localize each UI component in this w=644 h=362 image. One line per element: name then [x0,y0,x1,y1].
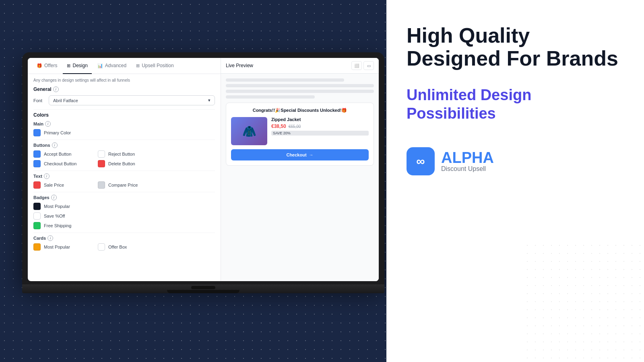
font-select[interactable]: Abril Fatface ▾ [49,95,215,105]
font-row: Font Abril Fatface ▾ [33,95,215,105]
text-color-row: Sale Price Compare Price [33,181,215,189]
save-off-swatch [33,212,41,220]
preview-header: Live Preview ⬜ ▭ [221,58,379,74]
color-item-most-popular-badge[interactable]: Most Popular [33,203,90,210]
product-name: Zipped Jacket [271,117,369,122]
color-item-offer-box[interactable]: Offer Box [98,243,154,251]
buttons-color-row-1: Accept Button Reject Button [33,150,215,158]
cards-colors: Most Popular Offer Box [33,243,215,251]
badges-row-3: Free Shipping [33,222,215,229]
buttons-colors: Accept Button Reject Button [33,150,215,167]
skeleton-line-1 [226,78,344,82]
mobile-view-btn[interactable]: ▭ [363,61,374,70]
right-panel: High Quality Designed For Brands Unlimit… [386,0,644,362]
divider-4 [33,192,215,192]
font-label: Font [33,98,45,103]
badges-row-2: Save %Off [33,212,215,220]
skeleton-lines [226,78,374,99]
notice-text: Any changes in design settings will affe… [33,78,215,82]
skeleton-line-4 [226,95,315,99]
most-popular-badge-swatch [33,203,41,210]
logo-container: ∞ ALPHA Discount Upsell [407,147,624,175]
divider-3 [33,171,215,171]
tab-offers[interactable]: 🎁 Offers [33,58,61,74]
preview-content: Congrats!!🎉Special Discounts Unlocked!🎁 … [221,74,379,175]
color-item-save-off[interactable]: Save %Off [33,212,90,220]
subheadline: Unlimited Design Possibilities [407,86,624,123]
badges-info-icon: i [51,195,57,200]
checkout-btn-swatch [33,160,41,167]
main-label: Main i [33,121,215,127]
reject-btn-swatch [98,150,105,158]
monitor-view-btn[interactable]: ⬜ [351,61,362,70]
color-item-compare[interactable]: Compare Price [98,181,154,189]
tab-design[interactable]: ⊞ Design [63,58,91,74]
color-item-free-shipping[interactable]: Free Shipping [33,222,90,229]
cards-info-icon: i [47,235,53,241]
accept-btn-swatch [33,150,41,158]
cards-label: Cards i [33,235,215,241]
text-label: Text i [33,173,215,179]
app-settings-panel: 🎁 Offers ⊞ Design 📊 Advanced [28,58,221,281]
color-item-delete[interactable]: Delete Button [98,160,154,167]
preview-title: Live Preview [226,63,253,68]
right-panel-dot-bg [523,241,644,362]
divider-2 [33,140,215,140]
main-info-icon: i [45,121,51,127]
buttons-label: Buttons i [33,142,215,148]
logo-icon: ∞ [407,147,435,175]
skeleton-line-2 [226,84,374,87]
jacket-icon: 🧥 [231,117,267,145]
design-icon: ⊞ [67,63,70,68]
primary-color-swatch [33,129,41,136]
text-info-icon: i [44,173,50,179]
product-row: 🧥 Zipped Jacket €38,50 €65,00 SAVE [231,117,369,145]
left-panel: 🎁 Offers ⊞ Design 📊 Advanced [0,0,386,362]
most-popular-card-swatch [33,243,41,251]
tab-advanced[interactable]: 📊 Advanced [93,58,130,74]
color-item-primary[interactable]: Primary Color [33,129,90,136]
app-tabs: 🎁 Offers ⊞ Design 📊 Advanced [28,58,221,74]
logo-name: ALPHA [441,150,494,165]
badges-label: Badges i [33,195,215,200]
text-colors: Sale Price Compare Price [33,181,215,189]
chevron-down-icon: ▾ [208,98,211,103]
buttons-color-row-2: Checkout Button Delete Button [33,160,215,167]
logo-infinity-symbol: ∞ [416,154,425,168]
tab-upsell-position[interactable]: ⊞ Upsell Position [132,58,178,74]
sale-price-swatch [33,181,41,189]
logo-text: ALPHA Discount Upsell [441,150,494,173]
settings-content: Any changes in design settings will affe… [28,74,221,258]
laptop-screen: 🎁 Offers ⊞ Design 📊 Advanced [28,58,379,281]
upsell-icon: ⊞ [136,63,140,68]
product-image: 🧥 [231,117,267,145]
main-colors: Primary Color [33,129,215,136]
delete-btn-swatch [98,160,105,167]
offer-box-swatch [98,243,105,251]
color-item-sale[interactable]: Sale Price [33,181,90,189]
badges-colors: Most Popular Save %Off [33,203,215,229]
checkout-button[interactable]: Checkout → [231,149,369,160]
laptop-notch [191,286,215,289]
divider-5 [33,232,215,233]
original-price: €65,00 [289,124,301,129]
color-item-reject[interactable]: Reject Button [98,150,154,158]
cards-row: Most Popular Offer Box [33,243,215,251]
badges-row-1: Most Popular [33,203,215,210]
color-item-accept[interactable]: Accept Button [33,150,90,158]
buttons-info-icon: i [52,142,58,148]
laptop-base [22,284,384,293]
color-item-most-popular-card[interactable]: Most Popular [33,243,90,251]
general-info-icon: i [53,86,59,92]
preview-controls: ⬜ ▭ [351,61,374,70]
product-info: Zipped Jacket €38,50 €65,00 SAVE 20% [271,117,369,145]
app-ui: 🎁 Offers ⊞ Design 📊 Advanced [28,58,379,281]
color-row: Primary Color [33,129,215,136]
arrow-icon: → [309,152,314,157]
congrats-text: Congrats!!🎉Special Discounts Unlocked!🎁 [231,108,369,113]
advanced-icon: 📊 [97,63,103,68]
color-item-checkout[interactable]: Checkout Button [33,160,90,167]
laptop: 🎁 Offers ⊞ Design 📊 Advanced [22,52,384,293]
general-section-label: General i [33,86,215,92]
colors-heading: Colors [33,112,215,118]
